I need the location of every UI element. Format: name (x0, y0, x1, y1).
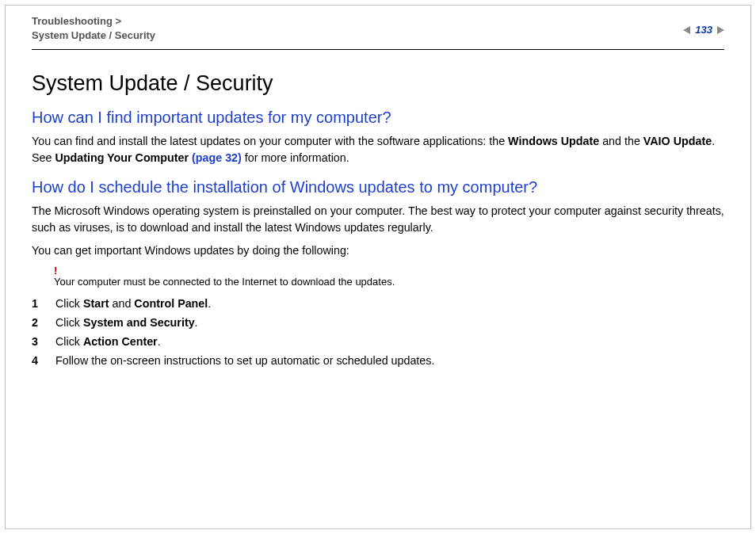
text-run: Click (55, 297, 83, 310)
next-page-arrow-icon[interactable] (717, 26, 724, 34)
page-title: System Update / Security (32, 71, 724, 96)
text-run: for more information. (242, 151, 349, 164)
section-1-paragraph: You can find and install the latest upda… (32, 133, 724, 166)
warning-icon: ! (54, 265, 724, 276)
bold-term: Action Center (83, 335, 158, 348)
text-run: . (195, 316, 198, 329)
steps-list: Click Start and Control Panel. Click Sys… (32, 294, 724, 371)
content-area: System Update / Security How can I find … (32, 71, 724, 371)
section-heading-1: How can I find important updates for my … (32, 109, 724, 127)
breadcrumb[interactable]: Troubleshooting System Update / Security (32, 14, 724, 42)
text-run: You can find and install the latest upda… (32, 135, 508, 147)
text-run: Click (55, 335, 83, 348)
page-number-group: 133 (683, 24, 724, 36)
page-header: Troubleshooting System Update / Security… (32, 14, 724, 49)
header-divider (32, 49, 724, 50)
bold-term: Windows Update (508, 135, 599, 147)
cross-reference-link[interactable]: (page 32) (192, 151, 242, 164)
text-run: Follow the on-screen instructions to set… (55, 354, 434, 367)
warning-note: ! Your computer must be connected to the… (54, 265, 724, 288)
text-run: . (158, 335, 161, 348)
bold-term: VAIO Update (643, 135, 712, 147)
step-item: Click Action Center. (32, 332, 724, 351)
bold-term: System and Security (83, 316, 195, 329)
breadcrumb-level-2[interactable]: System Update / Security (32, 29, 155, 41)
page-number: 133 (695, 24, 712, 36)
warning-text: Your computer must be connected to the I… (54, 276, 724, 288)
bold-term: Updating Your Computer (55, 151, 192, 164)
prev-page-arrow-icon[interactable] (683, 26, 690, 34)
step-item: Follow the on-screen instructions to set… (32, 351, 724, 370)
bold-term: Control Panel (134, 297, 208, 310)
section-heading-2: How do I schedule the installation of Wi… (32, 178, 724, 196)
text-run: Click (55, 316, 83, 329)
breadcrumb-level-1[interactable]: Troubleshooting (32, 15, 121, 27)
step-item: Click System and Security. (32, 313, 724, 332)
section-2-paragraph-2: You can get important Windows updates by… (32, 242, 724, 259)
text-run: and the (599, 135, 643, 147)
text-run: . (208, 297, 211, 310)
bold-term: Start (83, 297, 109, 310)
step-item: Click Start and Control Panel. (32, 294, 724, 313)
section-2-paragraph-1: The Microsoft Windows operating system i… (32, 203, 724, 235)
text-run: and (109, 297, 135, 310)
